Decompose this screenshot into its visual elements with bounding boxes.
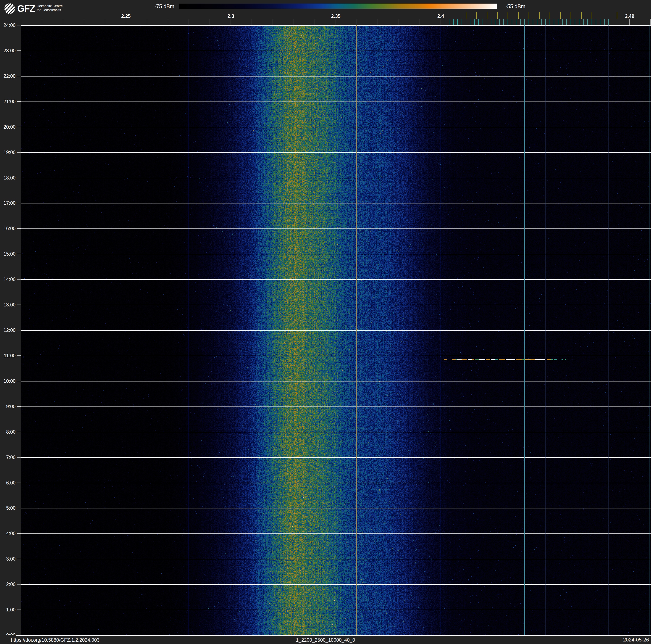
- freq-minor-tick: [336, 19, 336, 25]
- time-axis-label: 19:00: [0, 150, 16, 155]
- hour-gridline: [21, 178, 651, 178]
- time-axis-label: 6:00: [0, 480, 16, 486]
- freq-minor-tick: [210, 19, 210, 25]
- time-tick: [17, 381, 21, 381]
- time-axis-label: 21:00: [0, 99, 16, 104]
- time-tick: [17, 101, 21, 102]
- ble-channel-tick: [483, 19, 483, 25]
- plot-bottom-axis-line: [17, 635, 651, 636]
- freq-minor-tick: [315, 19, 315, 25]
- hour-gridline: [21, 381, 651, 381]
- ble-channel-tick: [466, 19, 466, 25]
- freq-minor-tick: [420, 19, 420, 25]
- hour-gridline: [21, 559, 651, 559]
- burst-segment: [551, 359, 553, 360]
- time-tick: [17, 76, 21, 76]
- ble-channel-tick: [474, 19, 474, 25]
- freq-axis-label: 2.3: [218, 13, 243, 19]
- ble-channel-tick: [575, 19, 575, 25]
- freq-minor-tick: [63, 19, 63, 25]
- brand-text: GFZ: [17, 3, 35, 14]
- hour-gridline: [21, 76, 651, 77]
- burst-segment: [547, 359, 551, 360]
- ble-channel-tick: [503, 19, 504, 25]
- hour-gridline: [21, 356, 651, 356]
- time-tick: [17, 559, 21, 559]
- burst-segment: [554, 359, 557, 360]
- burst-segment: [531, 359, 535, 360]
- time-axis-label: 18:00: [0, 175, 16, 180]
- freq-minor-tick: [84, 19, 84, 25]
- ble-channel-tick: [596, 19, 596, 25]
- brand-subtitle: Helmholtz Centre for Geosciences: [37, 4, 63, 12]
- burst-segment: [522, 359, 525, 360]
- frequency-feature-line: [378, 25, 378, 635]
- ble-channel-tick: [570, 19, 571, 25]
- hour-gridline: [21, 457, 651, 458]
- time-axis-label: 5:00: [0, 505, 16, 511]
- time-tick: [17, 25, 21, 25]
- freq-minor-tick: [126, 19, 126, 25]
- time-axis-label: 15:00: [0, 251, 16, 257]
- hour-gridline: [21, 152, 651, 153]
- wifi-channel-tick: [518, 12, 519, 19]
- wifi-channel-tick: [476, 12, 477, 19]
- spectrogram-plot: [21, 25, 651, 635]
- frequency-feature-line: [189, 25, 189, 635]
- ble-channel-tick: [558, 19, 558, 25]
- ble-channel-tick: [512, 19, 512, 25]
- hour-gridline: [21, 407, 651, 407]
- wifi-channel-tick: [550, 12, 550, 19]
- hour-gridline: [21, 330, 651, 331]
- ble-channel-tick: [507, 19, 508, 25]
- ble-channel-tick: [541, 19, 541, 25]
- hour-gridline: [21, 584, 651, 585]
- ble-channel-tick: [604, 19, 604, 25]
- time-tick: [17, 508, 21, 508]
- gfz-logo: GFZ Helmholtz Centre for Geosciences: [4, 3, 63, 14]
- ble-channel-tick: [546, 19, 546, 25]
- time-axis-label: 24:00: [0, 23, 16, 28]
- ble-channel-tick: [487, 19, 487, 25]
- hour-gridline: [21, 508, 651, 508]
- ble-channel-tick: [491, 19, 491, 25]
- freq-minor-tick: [399, 19, 399, 25]
- time-tick: [17, 584, 21, 585]
- time-axis-label: 11:00: [0, 353, 16, 358]
- ble-channel-tick: [478, 19, 479, 25]
- wifi-channel-tick: [539, 12, 540, 19]
- wifi-channel-tick: [560, 12, 561, 19]
- ble-channel-tick: [554, 19, 554, 25]
- ble-channel-tick: [445, 19, 445, 25]
- ble-channel-tick: [587, 19, 588, 25]
- freq-minor-tick: [252, 19, 252, 25]
- time-axis-label: 9:00: [0, 404, 16, 409]
- freq-minor-tick: [21, 19, 21, 25]
- time-tick: [17, 228, 21, 229]
- ble-channel-tick: [462, 19, 462, 25]
- ble-channel-tick: [562, 19, 563, 25]
- spectrogram-page: GFZ Helmholtz Centre for Geosciences -75…: [0, 0, 651, 644]
- burst-segment: [491, 359, 495, 360]
- burst-segment: [495, 359, 498, 360]
- freq-minor-tick: [378, 19, 378, 25]
- time-tick: [17, 482, 21, 483]
- hour-gridline: [21, 305, 651, 305]
- wifi-channel-tick: [497, 12, 498, 19]
- freq-minor-tick: [168, 19, 168, 25]
- ble-channel-tick: [537, 19, 537, 25]
- time-tick: [17, 178, 21, 178]
- ble-channel-tick: [453, 19, 454, 25]
- time-tick: [17, 254, 21, 254]
- freq-minor-tick: [356, 19, 357, 25]
- time-tick: [17, 406, 21, 407]
- burst-segment: [452, 359, 456, 360]
- hour-gridline: [21, 432, 651, 432]
- time-tick: [17, 330, 21, 330]
- brand-subtitle-line1: Helmholtz Centre: [37, 4, 63, 8]
- time-axis-label: 1:00: [0, 607, 16, 612]
- time-tick: [17, 152, 21, 153]
- time-tick: [17, 203, 21, 203]
- ble-channel-tick: [600, 19, 600, 25]
- hour-gridline: [21, 203, 651, 203]
